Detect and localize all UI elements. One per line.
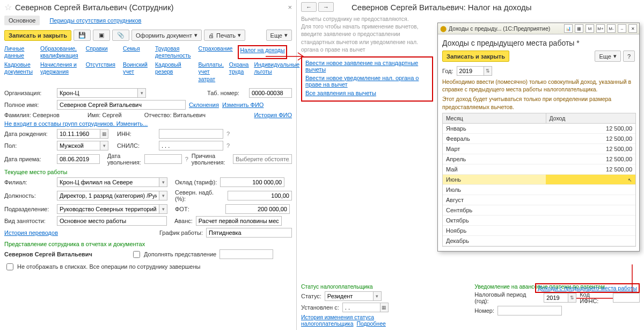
- attach-button[interactable]: 📎: [112, 30, 129, 41]
- position-input[interactable]: [57, 191, 159, 200]
- branch-input[interactable]: [57, 177, 159, 187]
- tax-period-stepper[interactable]: ⇅: [568, 293, 576, 303]
- snils-help-icon[interactable]: ?: [226, 142, 230, 149]
- popup-btn-close[interactable]: ✕: [628, 24, 637, 33]
- popup-save-close-button[interactable]: Записать и закрыть: [442, 51, 509, 62]
- north-input[interactable]: [228, 191, 292, 200]
- link-hr-docs[interactable]: Кадровые документы: [4, 61, 33, 82]
- link-work[interactable]: Трудовая деятельность: [155, 45, 191, 59]
- income-row[interactable]: Март12 500,00: [443, 144, 635, 154]
- link-benefits[interactable]: Индивидуальные льготы: [254, 61, 299, 82]
- nav-forward-button[interactable]: →: [318, 2, 334, 12]
- link-education[interactable]: Образование, квалификация: [40, 45, 78, 59]
- income-row[interactable]: Октябрь: [443, 216, 635, 226]
- goto-button[interactable]: ▣: [93, 30, 110, 41]
- inn-input[interactable]: [159, 129, 223, 139]
- favorite-star-icon[interactable]: ☆: [4, 2, 12, 12]
- set-from-input[interactable]: [342, 303, 380, 312]
- income-row[interactable]: Январь12 500,00: [443, 124, 635, 134]
- income-row[interactable]: Февраль12 500,00: [443, 134, 635, 144]
- popup-btn-cal[interactable]: ▦: [575, 24, 583, 33]
- org-input[interactable]: [57, 88, 137, 98]
- more-button[interactable]: Еще ▾: [266, 30, 292, 41]
- income-row[interactable]: Апрель12 500,00: [443, 154, 635, 164]
- employment-input[interactable]: [57, 216, 167, 226]
- save-close-button[interactable]: Записать и закрыть: [4, 30, 71, 41]
- link-accruals[interactable]: Начисления и удержания: [40, 61, 78, 82]
- inn-help-icon[interactable]: ?: [226, 131, 230, 137]
- append-representation-input[interactable]: [219, 249, 273, 259]
- sex-picker[interactable]: ▾: [100, 141, 108, 150]
- change-fio-link[interactable]: Изменить ФИО: [222, 102, 264, 108]
- popup-more-button[interactable]: Еще ▾: [595, 51, 620, 62]
- tab-absence-periods[interactable]: Периоды отсутствия сотрудников: [45, 16, 145, 25]
- status-picker[interactable]: ▾: [373, 291, 382, 301]
- popup-btn-min[interactable]: –: [618, 24, 626, 33]
- link-payments[interactable]: Выплаты, учет затрат: [199, 61, 224, 82]
- popup-btn-mminus[interactable]: M-: [607, 24, 616, 33]
- action-all-claims[interactable]: Все заявления на вычеты: [305, 90, 376, 96]
- action-new-standard[interactable]: Ввести новое заявление на стандартные вы…: [305, 60, 418, 73]
- org-picker[interactable]: ▾: [137, 88, 146, 98]
- position-picker[interactable]: ▾: [159, 191, 167, 200]
- print-button[interactable]: 🖨 Печать ▾: [204, 30, 245, 41]
- income-row[interactable]: Сентябрь: [443, 205, 635, 216]
- dept-picker[interactable]: ▾: [159, 204, 167, 214]
- status-input[interactable]: [325, 291, 373, 301]
- dept-input[interactable]: [57, 204, 159, 214]
- fot-input[interactable]: [225, 204, 290, 214]
- popup-year-input[interactable]: [457, 66, 484, 76]
- set-from-picker[interactable]: ▦: [380, 303, 389, 312]
- notice-number-input[interactable]: [497, 306, 562, 315]
- transfers-history-link[interactable]: История переводов: [4, 229, 58, 236]
- link-labor-safety[interactable]: Охрана труда: [229, 61, 249, 82]
- close-icon[interactable]: ×: [288, 3, 292, 11]
- dob-picker[interactable]: ▦: [100, 129, 108, 139]
- income-row[interactable]: Декабрь: [443, 236, 635, 246]
- income-row[interactable]: Июль: [443, 185, 635, 195]
- link-insurance[interactable]: Страхование: [199, 45, 233, 59]
- link-reserve[interactable]: Кадровый резерв: [155, 61, 191, 82]
- hide-in-lists-checkbox[interactable]: Не отображать в списках. Все операции по…: [4, 262, 200, 272]
- popup-btn-mplus[interactable]: M+: [596, 24, 605, 33]
- action-new-notice[interactable]: Ввести новое уведомление нал. органа о п…: [305, 75, 419, 88]
- tax-period-input[interactable]: [544, 293, 568, 303]
- link-absences[interactable]: Отсутствия: [86, 61, 115, 82]
- nav-back-button[interactable]: ←: [301, 2, 317, 12]
- dob-input[interactable]: [57, 129, 100, 139]
- advance-input[interactable]: [196, 216, 282, 226]
- salary-input[interactable]: [220, 177, 284, 187]
- popup-btn-m[interactable]: M: [586, 24, 594, 33]
- fullname-input[interactable]: [57, 100, 186, 110]
- link-income-tax[interactable]: Налог на доходы: [238, 45, 287, 59]
- fire-input[interactable]: [144, 154, 182, 164]
- tabno-input[interactable]: [249, 88, 292, 98]
- prev-income-link[interactable]: Доходы с предыдущего места работы: [538, 285, 637, 291]
- popup-year-stepper[interactable]: ⇅: [484, 66, 492, 76]
- popup-btn-calc[interactable]: 📊: [564, 24, 573, 33]
- link-military[interactable]: Воинский учет: [123, 61, 148, 82]
- link-refs[interactable]: Справки: [86, 45, 115, 59]
- income-row[interactable]: Август: [443, 195, 635, 205]
- income-row[interactable]: Июнь ↖: [443, 175, 635, 185]
- groups-link[interactable]: Не входит в составы групп сотрудников. И…: [4, 120, 148, 127]
- make-document-button[interactable]: Оформить документ ▾: [131, 30, 202, 41]
- income-row[interactable]: Ноябрь: [443, 226, 635, 236]
- snils-input[interactable]: [159, 141, 223, 150]
- tab-main[interactable]: Основное: [4, 16, 40, 25]
- link-personal[interactable]: Личные данные: [4, 45, 33, 59]
- more-info-link[interactable]: Подробнее: [356, 320, 385, 327]
- popup-help-button[interactable]: ?: [623, 51, 635, 62]
- ifns-input[interactable]: [613, 293, 640, 303]
- history-fio-link[interactable]: История ФИО: [254, 112, 292, 118]
- fire-reason-input[interactable]: [233, 154, 292, 164]
- sex-input[interactable]: [57, 141, 100, 150]
- declensions-link[interactable]: Склонения: [189, 102, 219, 108]
- link-family[interactable]: Семья: [123, 45, 148, 59]
- income-row[interactable]: Май12 500,00: [443, 164, 635, 175]
- schedule-input[interactable]: [206, 228, 292, 238]
- fire-help-icon[interactable]: ?: [185, 156, 188, 162]
- hire-input[interactable]: [57, 154, 100, 164]
- save-button[interactable]: 💾: [74, 30, 91, 41]
- append-representation-checkbox[interactable]: Дополнять представление: [131, 249, 216, 260]
